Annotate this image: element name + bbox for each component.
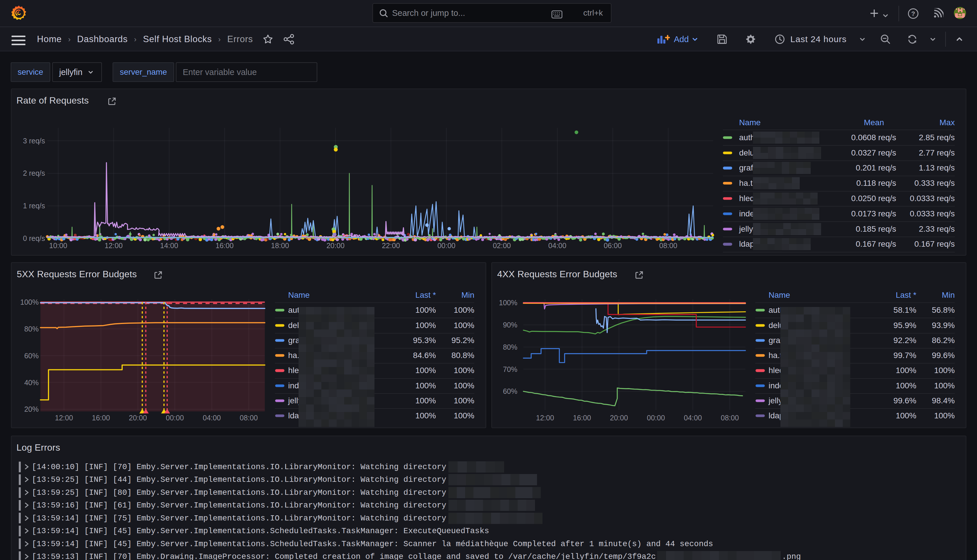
svg-text:?: ? (911, 10, 915, 17)
